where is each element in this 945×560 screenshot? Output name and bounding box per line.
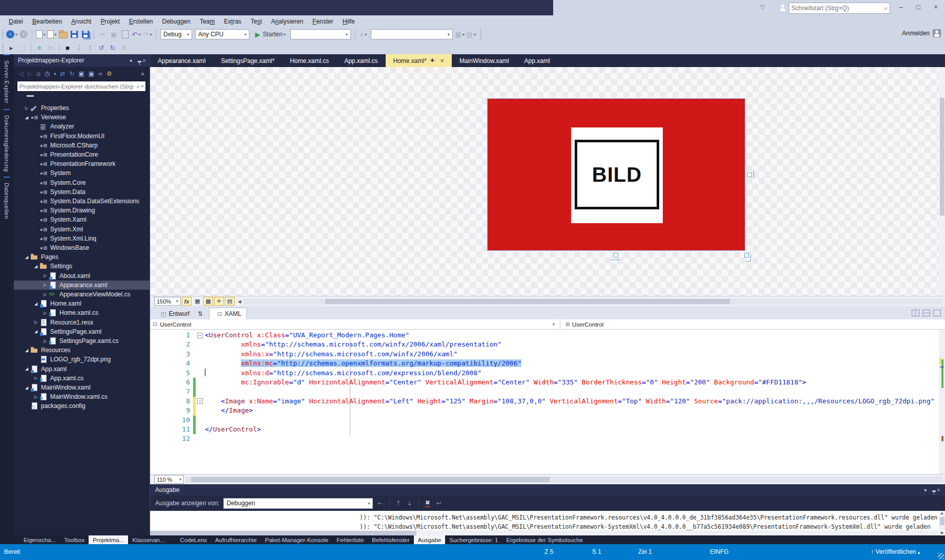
tree-item-system-core[interactable]: System.Core bbox=[14, 178, 169, 187]
side-tab-server-explorer[interactable]: Server-Explorer bbox=[4, 54, 10, 109]
copy-button[interactable]: ▣ bbox=[109, 29, 119, 40]
output-menu-icon[interactable]: ▾ bbox=[924, 487, 927, 493]
tree-item-settingspage-xaml[interactable]: ◢SettingsPage.xaml bbox=[14, 327, 169, 336]
designer-scroll-left-icon[interactable]: ◀ bbox=[238, 299, 241, 304]
code-line-6[interactable]: 6 mc:Ignorable="d" HorizontalAlignment="… bbox=[150, 378, 945, 387]
menu-item-hilfe[interactable]: Hilfe bbox=[338, 18, 360, 25]
rotate-left-button[interactable]: ↺ bbox=[96, 42, 107, 53]
toolbar-grip[interactable] bbox=[2, 30, 4, 39]
designer-zoom-combo[interactable]: 150%▾ bbox=[154, 297, 181, 306]
editor-zoom-combo[interactable]: 110 %▾ bbox=[154, 475, 184, 484]
resize-handle-bottom[interactable] bbox=[614, 253, 618, 257]
output-clear-all-icon[interactable]: ✖ bbox=[425, 499, 430, 507]
side-tab-datenquellen[interactable]: Datenquellen bbox=[4, 177, 10, 224]
quick-launch-input[interactable] bbox=[789, 5, 884, 12]
tree-item-logo-rgb-72dpi-png[interactable]: LOGO_rgb_72dpi.png bbox=[14, 355, 169, 364]
output-vertical-scrollbar[interactable]: ▲ bbox=[939, 511, 945, 530]
save-button[interactable] bbox=[69, 29, 79, 40]
step-out-button[interactable]: ↥ bbox=[85, 42, 95, 53]
bottom-tab-befehlsfenster[interactable]: Befehlsfenster bbox=[368, 535, 414, 544]
quick-launch-search-icon[interactable]: ⌕ bbox=[884, 5, 888, 12]
menu-item-ansicht[interactable]: Ansicht bbox=[67, 18, 96, 25]
publish-button[interactable]: ↑ Veröffentlichen ▴ bbox=[871, 548, 920, 555]
code-line-11[interactable]: 11</UserControl> bbox=[150, 425, 945, 434]
sol-home-icon[interactable]: ⌂ bbox=[36, 70, 40, 77]
doc-tab-home-xaml-cs[interactable]: Home.xaml.cs bbox=[282, 54, 337, 67]
swap-panes-button[interactable]: ⇅ bbox=[195, 308, 206, 319]
output-horizontal-scrollbar[interactable] bbox=[150, 530, 939, 535]
sol-pending-changes-icon[interactable]: ◷ bbox=[45, 70, 50, 77]
doc-tab-appearance-xaml[interactable]: Appearance.xaml bbox=[150, 54, 213, 67]
tree-item-properties[interactable]: ▷Properties bbox=[14, 103, 160, 113]
menu-item-fenster[interactable]: Fenster bbox=[308, 18, 338, 25]
tab-xaml[interactable]: ⊡ XAML bbox=[209, 308, 247, 319]
feedback-funnel-icon[interactable]: ▽ bbox=[760, 4, 765, 11]
output-scroll-right-icon[interactable]: ▶ bbox=[941, 530, 944, 535]
cut-button[interactable]: ✂ bbox=[97, 29, 108, 40]
bottom-tab-toolbox[interactable]: Toolbox bbox=[60, 535, 89, 544]
solution-search-icon[interactable]: ⌕ bbox=[136, 83, 140, 90]
xaml-designer-surface[interactable]: BILD bbox=[150, 67, 945, 296]
tree-item-analyzer[interactable]: Analyzer bbox=[14, 122, 169, 131]
bottom-tab-suchergebnisse--1[interactable]: Suchergebnisse: 1 bbox=[445, 535, 502, 544]
output-close-icon[interactable]: × bbox=[937, 487, 940, 493]
vertical-split-icon[interactable] bbox=[912, 310, 919, 316]
sign-in[interactable]: Anmelden bbox=[902, 29, 941, 37]
tree-item-resources[interactable]: ◢Resources bbox=[14, 346, 160, 355]
tree-item-system[interactable]: System bbox=[14, 168, 169, 178]
sol-refresh-icon[interactable]: ↻ bbox=[69, 70, 74, 77]
sol-show-all-icon[interactable]: ▣ bbox=[89, 70, 94, 77]
start-debug-button[interactable]: ▶ Starten ▾ bbox=[255, 29, 286, 40]
grid-options-button[interactable]: ▦▾ bbox=[455, 29, 465, 40]
sol-view-code-icon[interactable]: ‹› bbox=[98, 70, 102, 77]
code-line-3[interactable]: 3 xmlns:x="http://schemas.microsoft.com/… bbox=[150, 350, 945, 359]
sol-properties-wrench-icon[interactable]: ⚙ bbox=[107, 70, 112, 77]
output-find-message-icon[interactable]: ⇠ bbox=[377, 500, 383, 507]
sort-list-button[interactable]: ≡ bbox=[34, 42, 45, 53]
minimize-button[interactable]: – bbox=[894, 2, 908, 12]
tree-item-app-xaml[interactable]: ◢App.xaml bbox=[14, 364, 160, 374]
tree-item-presentationcore[interactable]: PresentationCore bbox=[14, 150, 169, 159]
sol-back-icon[interactable]: ◁ bbox=[19, 70, 24, 77]
step-in-button[interactable]: ↧ bbox=[74, 42, 84, 53]
output-panel-title[interactable]: Ausgabe ▾ × bbox=[150, 484, 945, 496]
output-prev-message-icon[interactable]: ⇡ bbox=[396, 500, 401, 507]
navigate-forward-button[interactable]: › bbox=[18, 29, 29, 40]
quick-launch-box[interactable]: ⌕ bbox=[789, 3, 890, 14]
usercontrol-preview[interactable]: BILD bbox=[487, 98, 745, 251]
code-line-1[interactable]: 1−<UserControl x:Class="UVA_Report_Moder… bbox=[150, 331, 945, 340]
tree-item-pages[interactable]: ◢Pages bbox=[14, 252, 160, 262]
code-line-12[interactable]: 12 bbox=[150, 434, 945, 443]
column-options-button[interactable]: ▤▾ bbox=[466, 29, 476, 40]
doc-tab-home-xaml-[interactable]: Home.xaml*× bbox=[386, 54, 452, 67]
undo-button[interactable]: ↶▾ bbox=[131, 29, 141, 40]
image-placeholder-frame[interactable]: BILD bbox=[571, 127, 663, 223]
tree-item-mainwindow-xaml-cs[interactable]: ▷MainWindow.xaml.cs bbox=[14, 392, 169, 401]
menu-item-erstellen[interactable]: Erstellen bbox=[124, 18, 158, 25]
resize-handle-corner[interactable] bbox=[744, 253, 749, 257]
tree-item-verweise[interactable]: ◢Verweise bbox=[14, 113, 160, 122]
tree-item-presentationframework[interactable]: PresentationFramework bbox=[14, 159, 169, 168]
fold-toggle[interactable]: − bbox=[197, 333, 203, 338]
code-line-7[interactable]: 7 bbox=[150, 387, 945, 396]
element-dropdown[interactable]: UserControl bbox=[160, 321, 191, 328]
output-next-message-icon[interactable]: ⇣ bbox=[407, 500, 412, 507]
tree-item-system-drawing[interactable]: System.Drawing bbox=[14, 206, 169, 215]
panel-close-icon[interactable]: × bbox=[142, 58, 145, 63]
bottom-tab-codelens[interactable]: CodeLens bbox=[176, 535, 211, 544]
selection-pointer-button[interactable]: ▸ bbox=[6, 42, 16, 53]
new-file-button[interactable]: ▾ bbox=[35, 29, 46, 40]
output-word-wrap-icon[interactable]: ↩ bbox=[436, 500, 442, 507]
tab-pin-icon[interactable] bbox=[431, 58, 436, 63]
menu-item-datei[interactable]: Datei bbox=[4, 18, 28, 25]
paste-button[interactable] bbox=[120, 29, 130, 40]
menu-item-extras[interactable]: Extras bbox=[219, 18, 246, 25]
sol-overflow-icon[interactable]: » bbox=[141, 70, 144, 77]
sol-forward-icon[interactable]: ▷ bbox=[28, 70, 32, 77]
toolbar-empty-combo[interactable]: ▾ bbox=[290, 29, 351, 39]
rotate-right-button[interactable]: ↻ bbox=[108, 42, 118, 53]
property-order-button[interactable]: ²= bbox=[46, 42, 56, 53]
menu-item-bearbeiten[interactable]: Bearbeiten bbox=[28, 18, 67, 25]
tree-item-settings[interactable]: ◢Settings bbox=[14, 262, 169, 271]
designer-horizontal-scrollbar[interactable] bbox=[243, 298, 943, 305]
